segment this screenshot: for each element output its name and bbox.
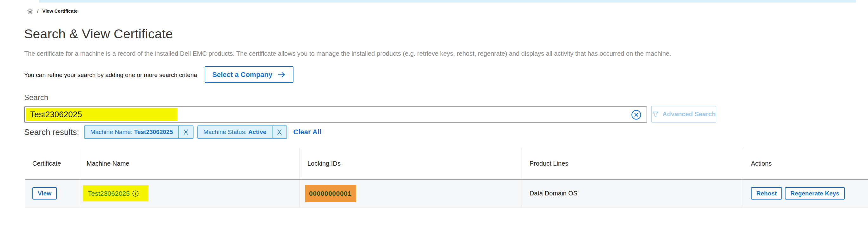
clear-all-link[interactable]: Clear All [293,128,321,136]
row-actions: Rehost Regenerate Keys [751,187,845,200]
chip-machine-status-close[interactable] [272,126,286,138]
search-input[interactable]: Test23062025 [24,106,647,122]
info-icon[interactable] [132,190,139,197]
results-table: Certificate Machine Name Locking IDs Pro… [25,148,868,208]
table-header-machine-name: Machine Name [79,148,300,179]
product-line-cell: Data Domain OS [529,190,578,197]
regenerate-keys-button[interactable]: Regenerate Keys [785,187,844,200]
filter-chip-machine-name: Machine Name: Test23062025 [84,126,193,139]
view-button[interactable]: View [32,187,57,200]
search-results-filter-row: Search results: Machine Name: Test230620… [24,126,321,139]
breadcrumb-current: View Certificate [42,8,78,13]
top-header-remnant-strip [39,0,856,3]
advanced-search-button[interactable]: Advanced Search [651,106,716,122]
advanced-search-label: Advanced Search [662,110,716,118]
search-input-value: Test23062025 [26,108,177,121]
search-results-label: Search results: [24,127,79,137]
table-header-actions: Actions [743,148,868,179]
table-header-product-lines: Product Lines [522,148,743,179]
funnel-icon [652,110,659,118]
table-row: View Test23062025 00000000001 Data Domai… [25,180,868,208]
locking-id-cell: 00000000001 [305,185,356,202]
table-header-certificate: Certificate [25,148,79,179]
refine-search-text: You can refine your search by adding one… [24,72,197,78]
breadcrumb-separator: / [37,8,38,14]
chip-machine-name-label: Machine Name: [90,129,134,136]
breadcrumb: / View Certificate [27,8,78,14]
chip-machine-status-value: Active [248,129,266,136]
x-icon [276,128,283,136]
chip-machine-name-close[interactable] [178,126,193,138]
machine-name-cell: Test23062025 [83,185,149,202]
table-header-row: Certificate Machine Name Locking IDs Pro… [25,148,868,180]
machine-name-value: Test23062025 [88,190,130,197]
page-title: Search & View Certificate [24,27,173,41]
circle-x-icon[interactable] [631,110,642,120]
chip-machine-name-value: Test23062025 [134,129,173,136]
page-description: The certificate for a machine is a recor… [24,50,671,57]
table-header-locking-ids: Locking IDs [300,148,522,179]
filter-chip-machine-status: Machine Status: Active [197,126,287,139]
chip-machine-status-label: Machine Status: [204,129,248,136]
search-section-label: Search [24,93,48,102]
x-icon [182,128,189,136]
rehost-button[interactable]: Rehost [751,187,782,200]
select-company-button[interactable]: Select a Company [205,66,293,83]
arrow-right-icon [277,70,286,79]
select-company-label: Select a Company [212,71,273,79]
home-icon[interactable] [27,8,33,14]
